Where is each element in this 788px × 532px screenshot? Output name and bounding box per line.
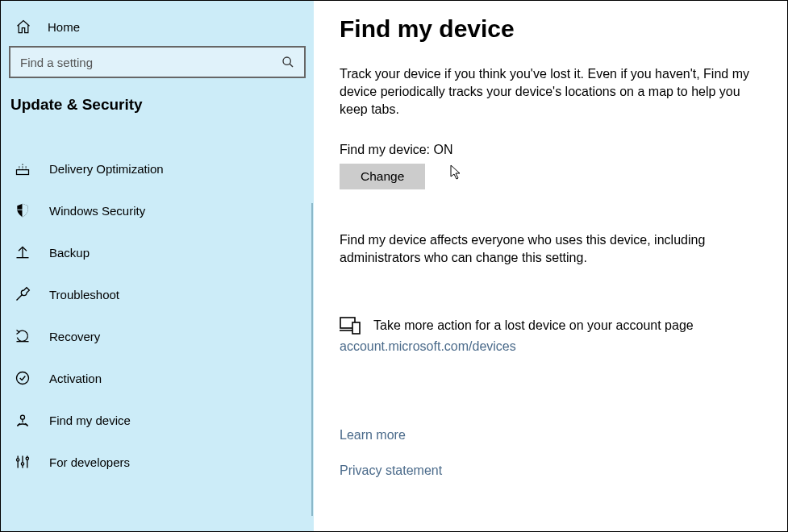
find-device-icon [14, 412, 31, 428]
sidebar-item-home[interactable]: Home [9, 12, 306, 46]
sidebar-item-label: Delivery Optimization [49, 162, 164, 176]
delivery-optimization-icon [14, 160, 31, 177]
page-title: Find my device [340, 15, 769, 43]
sidebar-item-delivery-optimization[interactable]: Delivery Optimization [9, 148, 306, 189]
sidebar-item-recovery[interactable]: Recovery [9, 315, 306, 357]
developers-icon [14, 454, 31, 470]
main-content: Find my device Track your device if you … [314, 1, 787, 531]
sidebar-nav: Delivery Optimization Windows Security [9, 148, 306, 483]
svg-point-13 [17, 459, 19, 461]
svg-rect-20 [352, 322, 360, 334]
sidebar-item-label: Activation [49, 372, 102, 385]
sidebar-item-label: Backup [49, 246, 90, 260]
svg-point-15 [21, 463, 23, 465]
account-action-row: Take more action for a lost device on yo… [340, 317, 769, 335]
devices-icon [340, 317, 361, 335]
svg-line-1 [290, 64, 293, 67]
sidebar-item-label: Recovery [49, 330, 100, 343]
wrench-icon [14, 286, 31, 302]
svg-line-6 [17, 294, 23, 301]
sidebar-item-label: Windows Security [49, 204, 145, 218]
svg-point-9 [21, 415, 25, 419]
description-text: Track your device if you think you've lo… [340, 65, 769, 118]
svg-point-8 [17, 372, 29, 384]
sidebar-category-title: Update & Security [9, 96, 306, 114]
sidebar-item-label: For developers [49, 455, 130, 469]
account-devices-link[interactable]: account.microsoft.com/devices [340, 339, 516, 354]
sidebar-item-label: Troubleshoot [49, 288, 119, 301]
svg-rect-2 [17, 170, 29, 175]
sidebar-item-backup[interactable]: Backup [9, 231, 306, 273]
sidebar-item-windows-security[interactable]: Windows Security [9, 189, 306, 231]
svg-point-0 [283, 57, 290, 64]
change-button[interactable]: Change [340, 164, 425, 189]
svg-point-17 [26, 457, 28, 459]
backup-icon [14, 244, 31, 260]
find-my-device-status: Find my device: ON [340, 143, 769, 157]
sidebar-item-for-developers[interactable]: For developers [9, 441, 306, 483]
sidebar-item-label: Find my device [49, 414, 131, 427]
search-box[interactable] [9, 46, 306, 78]
search-input[interactable] [20, 56, 267, 69]
search-icon [281, 56, 294, 69]
sidebar-item-activation[interactable]: Activation [9, 357, 306, 399]
sidebar: Home Update & Security Delivery Optimiza… [1, 1, 314, 531]
home-icon [15, 19, 31, 35]
affects-text: Find my device affects everyone who uses… [340, 231, 769, 267]
check-circle-icon [14, 370, 31, 386]
sidebar-item-troubleshoot[interactable]: Troubleshoot [9, 273, 306, 315]
learn-more-link[interactable]: Learn more [340, 428, 769, 443]
account-action-text: Take more action for a lost device on yo… [373, 318, 694, 333]
shield-icon [14, 202, 31, 218]
home-label: Home [48, 20, 80, 34]
recovery-icon [14, 328, 31, 344]
sidebar-item-find-my-device[interactable]: Find my device [9, 399, 306, 441]
privacy-statement-link[interactable]: Privacy statement [340, 463, 769, 478]
